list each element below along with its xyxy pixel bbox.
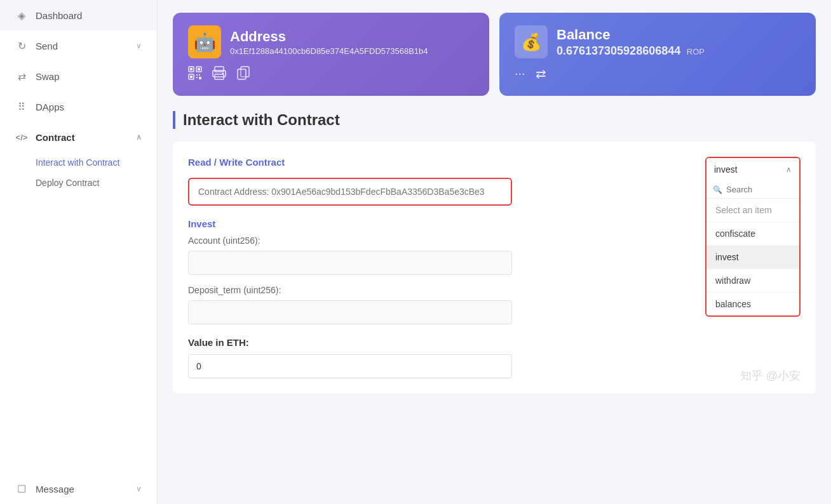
dropdown-wrapper: invest ∧ 🔍 Select an item confiscate inv… <box>705 157 801 317</box>
more-icon[interactable]: ··· <box>515 66 525 81</box>
dropdown-search-input[interactable] <box>726 185 793 194</box>
chevron-up-icon: ∧ <box>786 165 792 174</box>
chevron-down-icon: ∨ <box>136 484 142 493</box>
dropdown-selected-value: invest <box>714 164 738 175</box>
svg-rect-7 <box>199 74 200 76</box>
message-icon: ☐ <box>15 482 28 495</box>
svg-point-13 <box>222 73 224 75</box>
dropdown-item-withdraw[interactable]: withdraw <box>706 269 799 293</box>
copy-icon[interactable] <box>236 66 250 83</box>
sidebar-item-message[interactable]: ☐ Message ∨ <box>0 474 157 504</box>
dapps-icon: ⠿ <box>15 100 28 113</box>
send-icon: ↻ <box>15 39 28 52</box>
sidebar-item-send[interactable]: ↻ Send ∨ <box>0 30 157 61</box>
account-input[interactable] <box>188 251 512 275</box>
svg-rect-10 <box>215 67 224 72</box>
main-content: 🤖 Address 0x1Ef1288a44100cb6D85e374E4A5F… <box>158 0 831 504</box>
sidebar-item-contract[interactable]: </> Contract ∧ <box>0 122 157 152</box>
ethereum-icon: ◈ <box>15 9 28 22</box>
svg-rect-6 <box>196 74 198 76</box>
sidebar-item-dapps[interactable]: ⠿ DApps <box>0 91 157 122</box>
dropdown-list: Select an item confiscate invest withdra… <box>706 199 799 315</box>
search-icon: 🔍 <box>713 185 722 194</box>
dropdown-search-box: 🔍 <box>706 181 799 199</box>
svg-rect-5 <box>190 76 193 78</box>
dropdown-item-select[interactable]: Select an item <box>706 199 799 222</box>
contract-submenu: Interact with Contract Deploy Contract <box>0 152 157 193</box>
sidebar-item-interact[interactable]: Interact with Contract <box>36 152 157 173</box>
svg-rect-15 <box>238 69 246 79</box>
function-dropdown[interactable]: invest ∧ 🔍 Select an item confiscate inv… <box>705 157 801 317</box>
svg-rect-1 <box>190 68 193 70</box>
sidebar-item-dashboard[interactable]: ◈ Dashboard <box>0 0 157 30</box>
qr-icon[interactable] <box>188 66 202 83</box>
chevron-down-icon: ∨ <box>136 41 142 50</box>
top-cards: 🤖 Address 0x1Ef1288a44100cb6D85e374E4A5F… <box>173 13 816 96</box>
print-icon[interactable] <box>212 66 226 83</box>
avatar: 🤖 <box>188 25 221 58</box>
address-value: 0x1Ef1288a44100cb6D85e374E4A5FDD573568B1… <box>230 46 428 56</box>
page-title: Interact with Contract <box>183 111 340 129</box>
value-label: Value in ETH: <box>188 337 801 348</box>
content-box: invest ∧ 🔍 Select an item confiscate inv… <box>173 142 816 394</box>
balance-card: 💰 Balance 0.676137305928606844 ROP ··· ⇄ <box>499 13 816 96</box>
dropdown-selected[interactable]: invest ∧ <box>706 158 799 181</box>
page-title-section: Interact with Contract <box>173 111 816 129</box>
address-title: Address <box>230 29 428 45</box>
dropdown-item-confiscate[interactable]: confiscate <box>706 222 799 246</box>
balance-avatar: 💰 <box>515 25 548 58</box>
svg-rect-9 <box>199 77 201 79</box>
address-card-header: 🤖 Address 0x1Ef1288a44100cb6D85e374E4A5F… <box>188 25 474 58</box>
sidebar: ◈ Dashboard ↻ Send ∨ ⇄ Swap ⠿ DApps </> … <box>0 0 158 504</box>
balance-card-header: 💰 Balance 0.676137305928606844 ROP <box>515 25 801 58</box>
balance-value: 0.676137305928606844 ROP <box>557 44 705 58</box>
watermark: 知乎 @小安 <box>740 368 801 383</box>
dropdown-item-balances[interactable]: balances <box>706 293 799 315</box>
chevron-up-icon: ∧ <box>136 133 142 142</box>
deposit-input[interactable] <box>188 300 512 324</box>
value-input[interactable] <box>188 354 512 378</box>
balance-actions: ··· ⇄ <box>515 66 801 81</box>
transfer-icon[interactable]: ⇄ <box>536 66 546 81</box>
sidebar-item-deploy[interactable]: Deploy Contract <box>36 173 157 193</box>
dropdown-item-invest[interactable]: invest <box>706 246 799 269</box>
contract-icon: </> <box>15 131 28 143</box>
svg-rect-3 <box>198 68 200 70</box>
svg-rect-8 <box>196 77 198 78</box>
balance-title: Balance <box>557 27 705 43</box>
swap-icon: ⇄ <box>15 70 28 83</box>
contract-address-input[interactable] <box>188 178 512 206</box>
sidebar-item-swap[interactable]: ⇄ Swap <box>0 61 157 91</box>
address-card: 🤖 Address 0x1Ef1288a44100cb6D85e374E4A5F… <box>173 13 489 96</box>
address-actions <box>188 66 474 83</box>
